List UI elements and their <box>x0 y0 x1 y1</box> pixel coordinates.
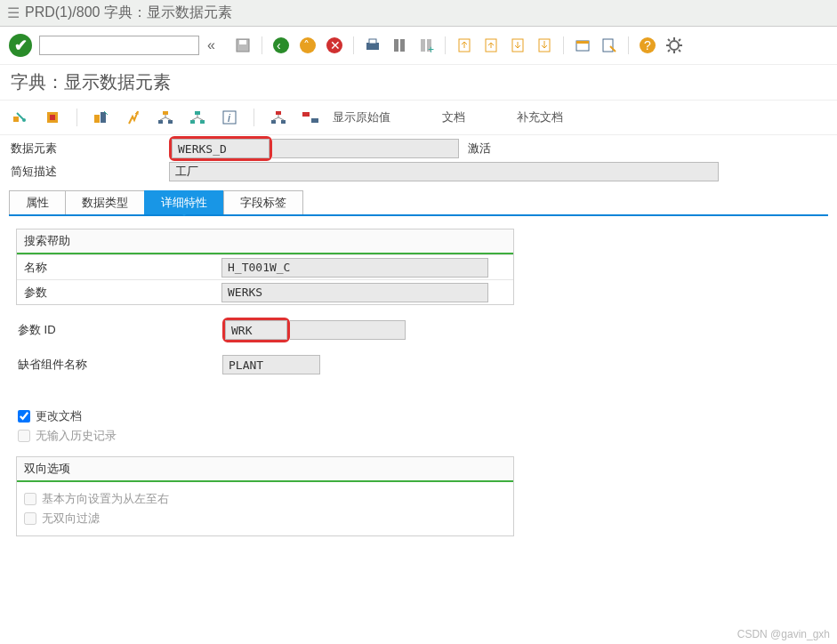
where-used-icon[interactable] <box>156 108 175 127</box>
sh-param-label: 参数 <box>17 285 221 301</box>
bidi-ltr-checkbox[interactable] <box>24 493 36 505</box>
find-icon[interactable] <box>390 36 409 55</box>
svg-rect-38 <box>101 112 106 123</box>
separator <box>563 36 564 54</box>
svg-rect-12 <box>400 39 405 52</box>
tab-strip: 属性 数据类型 详细特性 字段标签 <box>9 190 828 216</box>
sh-param-row: 参数 WERKS <box>17 279 513 304</box>
svg-text:+: + <box>428 44 434 53</box>
svg-rect-2 <box>239 40 246 44</box>
no-history-checkbox[interactable] <box>18 430 30 442</box>
status-text: 激活 <box>468 141 491 157</box>
search-help-panel: 搜索帮助 名称 H_T001W_C 参数 WERKS <box>16 229 514 305</box>
compare-icon[interactable] <box>301 108 320 127</box>
param-id-row: 参数 ID WRK <box>18 318 819 342</box>
svg-rect-13 <box>421 39 425 52</box>
svg-rect-50 <box>302 112 310 117</box>
show-original-link[interactable]: 显示原始值 <box>333 109 390 125</box>
svg-point-3 <box>273 37 289 53</box>
check-icon[interactable] <box>92 108 111 127</box>
command-field[interactable] <box>39 36 199 55</box>
short-desc-label: 简短描述 <box>9 164 169 180</box>
save-icon[interactable] <box>233 36 253 55</box>
change-doc-label: 更改文档 <box>36 408 82 424</box>
page-title: 字典：显示数据元素 <box>0 65 837 101</box>
svg-line-30 <box>668 39 670 41</box>
tab-attributes[interactable]: 属性 <box>9 190 66 214</box>
data-element-label: 数据元素 <box>9 141 169 157</box>
tab-data-type[interactable]: 数据类型 <box>65 190 145 214</box>
change-doc-checkbox[interactable] <box>18 410 30 423</box>
main-toolbar: ✔ « ‹ ˄ ✕ + ? <box>0 27 837 65</box>
new-session-icon[interactable] <box>573 36 592 55</box>
tab-field-label[interactable]: 字段标签 <box>223 190 303 214</box>
separator <box>76 109 77 126</box>
bidi-nofilter-label: 无双向过滤 <box>42 511 100 527</box>
first-page-icon[interactable] <box>455 36 474 55</box>
cancel-icon[interactable]: ✕ <box>325 36 344 55</box>
sh-param-value: WERKS <box>221 283 488 302</box>
data-element-row: 数据元素 WERKS_D 激活 <box>9 137 828 160</box>
bidi-nofilter-row: 无双向过滤 <box>24 511 506 527</box>
enter-icon[interactable]: ✔ <box>9 34 32 57</box>
svg-rect-40 <box>158 120 163 124</box>
info-icon[interactable]: i <box>220 108 239 127</box>
help-icon[interactable]: ? <box>638 36 657 55</box>
svg-rect-39 <box>163 111 168 115</box>
change-doc-row: 更改文档 <box>18 408 819 424</box>
window-title-text: PRD(1)/800 字典：显示数据元素 <box>25 4 232 22</box>
search-help-title: 搜索帮助 <box>17 229 513 253</box>
svg-text:i: i <box>228 111 231 125</box>
prev-page-icon[interactable] <box>481 36 501 55</box>
supp-doc-link[interactable]: 补充文档 <box>517 109 563 125</box>
up-icon[interactable]: ˄ <box>298 36 318 55</box>
bidi-nofilter-checkbox[interactable] <box>24 512 36 525</box>
toggle-display-icon[interactable] <box>11 108 30 127</box>
window-menu-icon[interactable]: ☰ <box>7 4 20 21</box>
svg-line-31 <box>679 50 680 52</box>
hierarchy2-icon[interactable] <box>269 108 288 127</box>
param-id-ext <box>290 320 406 340</box>
separator <box>628 36 629 54</box>
svg-text:«: « <box>207 37 215 52</box>
window-titlebar: ☰ PRD(1)/800 字典：显示数据元素 <box>0 0 837 27</box>
print-icon[interactable] <box>363 36 382 55</box>
bidi-panel: 双向选项 基本方向设置为从左至右 无双向过滤 <box>16 456 514 536</box>
svg-rect-48 <box>271 120 276 124</box>
svg-line-32 <box>679 39 680 41</box>
tab-further-chars[interactable]: 详细特性 <box>144 190 224 214</box>
svg-point-34 <box>22 118 26 122</box>
activate-icon[interactable] <box>124 108 143 127</box>
documentation-link[interactable]: 文档 <box>442 109 465 125</box>
default-comp-row: 缺省组件名称 PLANT <box>18 355 819 374</box>
last-page-icon[interactable] <box>535 36 554 55</box>
default-comp-label: 缺省组件名称 <box>18 357 222 373</box>
find-next-icon[interactable]: + <box>416 36 436 55</box>
bidi-ltr-row: 基本方向设置为从左至右 <box>24 491 506 507</box>
other-object-icon[interactable] <box>43 108 62 127</box>
short-desc-row: 简短描述 工厂 <box>9 160 828 183</box>
sh-name-label: 名称 <box>17 260 221 276</box>
next-page-icon[interactable] <box>508 36 527 55</box>
svg-text:✕: ✕ <box>330 38 341 52</box>
svg-rect-10 <box>369 39 376 44</box>
param-id-value: WRK <box>225 320 287 340</box>
svg-line-33 <box>668 50 670 52</box>
svg-rect-36 <box>50 115 55 120</box>
hierarchy-icon[interactable] <box>188 108 207 127</box>
short-desc-value: 工厂 <box>169 162 719 181</box>
settings-icon[interactable] <box>664 36 684 55</box>
svg-rect-51 <box>311 118 318 123</box>
back-dbl-icon[interactable]: « <box>206 36 226 55</box>
default-comp-value: PLANT <box>222 355 320 374</box>
svg-rect-42 <box>195 111 200 115</box>
svg-text:?: ? <box>644 38 651 52</box>
svg-rect-43 <box>190 120 195 124</box>
app-toolbar: i 显示原始值 文档 补充文档 <box>0 101 837 135</box>
no-history-row: 无输入历史记录 <box>18 428 819 444</box>
svg-rect-47 <box>276 111 281 115</box>
shortcut-icon[interactable] <box>600 36 619 55</box>
separator <box>262 36 262 54</box>
data-element-ext <box>272 139 459 158</box>
back-icon[interactable]: ‹ <box>271 36 291 55</box>
